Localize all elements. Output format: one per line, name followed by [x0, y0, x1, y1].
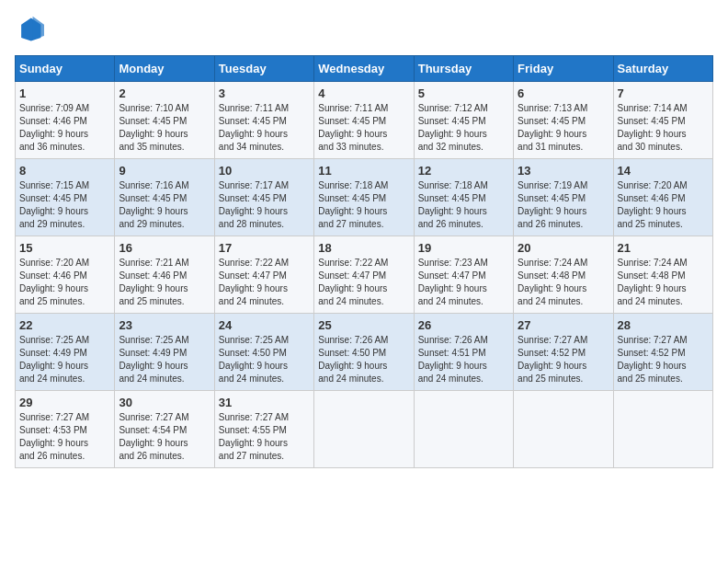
- day-info: Sunrise: 7:11 AM Sunset: 4:45 PM Dayligh…: [219, 102, 310, 154]
- day-info: Sunrise: 7:27 AM Sunset: 4:54 PM Dayligh…: [119, 411, 210, 463]
- calendar-cell: 28Sunrise: 7:27 AM Sunset: 4:52 PM Dayli…: [613, 314, 712, 391]
- day-number: 17: [219, 241, 310, 255]
- logo: [15, 15, 48, 44]
- day-info: Sunrise: 7:22 AM Sunset: 4:47 PM Dayligh…: [318, 257, 409, 308]
- col-header-friday: Friday: [514, 56, 613, 82]
- day-number: 20: [518, 241, 609, 255]
- calendar-cell: 11Sunrise: 7:18 AM Sunset: 4:45 PM Dayli…: [314, 159, 414, 236]
- calendar-cell: 26Sunrise: 7:26 AM Sunset: 4:51 PM Dayli…: [414, 314, 513, 391]
- day-info: Sunrise: 7:22 AM Sunset: 4:47 PM Dayligh…: [219, 257, 310, 308]
- day-info: Sunrise: 7:25 AM Sunset: 4:50 PM Dayligh…: [219, 334, 310, 385]
- calendar-cell: 13Sunrise: 7:19 AM Sunset: 4:45 PM Dayli…: [514, 159, 613, 236]
- col-header-saturday: Saturday: [613, 56, 712, 82]
- calendar-cell: 29Sunrise: 7:27 AM Sunset: 4:53 PM Dayli…: [16, 391, 115, 468]
- calendar-cell: 23Sunrise: 7:25 AM Sunset: 4:49 PM Dayli…: [115, 314, 214, 391]
- calendar-cell: 12Sunrise: 7:18 AM Sunset: 4:45 PM Dayli…: [414, 159, 513, 236]
- day-number: 21: [618, 241, 709, 255]
- calendar-cell: 10Sunrise: 7:17 AM Sunset: 4:45 PM Dayli…: [214, 159, 313, 236]
- day-info: Sunrise: 7:25 AM Sunset: 4:49 PM Dayligh…: [19, 334, 110, 385]
- calendar-cell: 30Sunrise: 7:27 AM Sunset: 4:54 PM Dayli…: [115, 391, 214, 468]
- day-info: Sunrise: 7:15 AM Sunset: 4:45 PM Dayligh…: [19, 179, 110, 231]
- calendar-cell: [414, 391, 513, 468]
- day-number: 4: [318, 86, 409, 100]
- day-info: Sunrise: 7:13 AM Sunset: 4:45 PM Dayligh…: [518, 102, 609, 154]
- day-info: Sunrise: 7:18 AM Sunset: 4:45 PM Dayligh…: [418, 179, 509, 231]
- day-info: Sunrise: 7:16 AM Sunset: 4:45 PM Dayligh…: [119, 179, 210, 231]
- day-number: 19: [418, 241, 509, 255]
- day-number: 28: [618, 318, 709, 332]
- day-number: 5: [418, 86, 509, 100]
- calendar-cell: 7Sunrise: 7:14 AM Sunset: 4:45 PM Daylig…: [613, 82, 712, 159]
- day-number: 14: [618, 164, 709, 178]
- calendar-cell: 5Sunrise: 7:12 AM Sunset: 4:45 PM Daylig…: [414, 82, 513, 159]
- day-info: Sunrise: 7:27 AM Sunset: 4:52 PM Dayligh…: [518, 334, 609, 385]
- day-number: 13: [518, 164, 609, 178]
- calendar-header: SundayMondayTuesdayWednesdayThursdayFrid…: [16, 56, 713, 82]
- day-info: Sunrise: 7:21 AM Sunset: 4:46 PM Dayligh…: [119, 257, 210, 308]
- day-info: Sunrise: 7:19 AM Sunset: 4:45 PM Dayligh…: [518, 179, 609, 231]
- calendar-cell: [613, 391, 712, 468]
- day-number: 26: [418, 318, 509, 332]
- day-info: Sunrise: 7:26 AM Sunset: 4:50 PM Dayligh…: [318, 334, 409, 385]
- calendar-cell: 31Sunrise: 7:27 AM Sunset: 4:55 PM Dayli…: [214, 391, 313, 468]
- day-number: 23: [119, 318, 210, 332]
- col-header-wednesday: Wednesday: [314, 56, 414, 82]
- day-info: Sunrise: 7:23 AM Sunset: 4:47 PM Dayligh…: [418, 257, 509, 308]
- calendar-table: SundayMondayTuesdayWednesdayThursdayFrid…: [15, 55, 713, 468]
- calendar-cell: 22Sunrise: 7:25 AM Sunset: 4:49 PM Dayli…: [16, 314, 115, 391]
- day-info: Sunrise: 7:27 AM Sunset: 4:52 PM Dayligh…: [618, 334, 709, 385]
- day-info: Sunrise: 7:24 AM Sunset: 4:48 PM Dayligh…: [518, 257, 609, 308]
- day-number: 6: [518, 86, 609, 100]
- calendar-cell: 27Sunrise: 7:27 AM Sunset: 4:52 PM Dayli…: [514, 314, 613, 391]
- calendar-cell: [314, 391, 414, 468]
- day-number: 27: [518, 318, 609, 332]
- calendar-week-5: 29Sunrise: 7:27 AM Sunset: 4:53 PM Dayli…: [16, 391, 713, 468]
- calendar-cell: 16Sunrise: 7:21 AM Sunset: 4:46 PM Dayli…: [115, 236, 214, 314]
- day-number: 30: [119, 396, 210, 409]
- calendar-cell: 4Sunrise: 7:11 AM Sunset: 4:45 PM Daylig…: [314, 82, 414, 159]
- day-number: 25: [318, 318, 409, 332]
- calendar-week-3: 15Sunrise: 7:20 AM Sunset: 4:46 PM Dayli…: [16, 236, 713, 314]
- day-number: 29: [19, 396, 110, 409]
- calendar-cell: 14Sunrise: 7:20 AM Sunset: 4:46 PM Dayli…: [613, 159, 712, 236]
- calendar-cell: 18Sunrise: 7:22 AM Sunset: 4:47 PM Dayli…: [314, 236, 414, 314]
- calendar-cell: 6Sunrise: 7:13 AM Sunset: 4:45 PM Daylig…: [514, 82, 613, 159]
- day-info: Sunrise: 7:20 AM Sunset: 4:46 PM Dayligh…: [19, 257, 110, 308]
- day-number: 3: [219, 86, 310, 100]
- day-info: Sunrise: 7:18 AM Sunset: 4:45 PM Dayligh…: [318, 179, 409, 231]
- day-info: Sunrise: 7:27 AM Sunset: 4:55 PM Dayligh…: [219, 411, 310, 463]
- calendar-week-4: 22Sunrise: 7:25 AM Sunset: 4:49 PM Dayli…: [16, 314, 713, 391]
- day-info: Sunrise: 7:20 AM Sunset: 4:46 PM Dayligh…: [618, 179, 709, 231]
- col-header-sunday: Sunday: [16, 56, 115, 82]
- day-info: Sunrise: 7:24 AM Sunset: 4:48 PM Dayligh…: [618, 257, 709, 308]
- day-number: 16: [119, 241, 210, 255]
- calendar-cell: 24Sunrise: 7:25 AM Sunset: 4:50 PM Dayli…: [214, 314, 313, 391]
- day-number: 9: [119, 164, 210, 178]
- calendar-cell: 15Sunrise: 7:20 AM Sunset: 4:46 PM Dayli…: [16, 236, 115, 314]
- day-info: Sunrise: 7:14 AM Sunset: 4:45 PM Dayligh…: [618, 102, 709, 154]
- day-number: 15: [19, 241, 110, 255]
- calendar-cell: 8Sunrise: 7:15 AM Sunset: 4:45 PM Daylig…: [16, 159, 115, 236]
- calendar-cell: 1Sunrise: 7:09 AM Sunset: 4:46 PM Daylig…: [16, 82, 115, 159]
- day-number: 7: [618, 86, 709, 100]
- calendar-cell: 9Sunrise: 7:16 AM Sunset: 4:45 PM Daylig…: [115, 159, 214, 236]
- day-number: 10: [219, 164, 310, 178]
- day-number: 8: [19, 164, 110, 178]
- calendar-cell: 17Sunrise: 7:22 AM Sunset: 4:47 PM Dayli…: [214, 236, 313, 314]
- col-header-thursday: Thursday: [414, 56, 513, 82]
- calendar-cell: [514, 391, 613, 468]
- day-info: Sunrise: 7:27 AM Sunset: 4:53 PM Dayligh…: [19, 411, 110, 463]
- day-number: 24: [219, 318, 310, 332]
- day-number: 22: [19, 318, 110, 332]
- day-info: Sunrise: 7:26 AM Sunset: 4:51 PM Dayligh…: [418, 334, 509, 385]
- calendar-cell: 3Sunrise: 7:11 AM Sunset: 4:45 PM Daylig…: [214, 82, 313, 159]
- day-info: Sunrise: 7:09 AM Sunset: 4:46 PM Dayligh…: [19, 102, 110, 154]
- logo-icon: [15, 15, 44, 44]
- col-header-monday: Monday: [115, 56, 214, 82]
- day-info: Sunrise: 7:25 AM Sunset: 4:49 PM Dayligh…: [119, 334, 210, 385]
- day-number: 12: [418, 164, 509, 178]
- calendar-cell: 19Sunrise: 7:23 AM Sunset: 4:47 PM Dayli…: [414, 236, 513, 314]
- calendar-cell: 25Sunrise: 7:26 AM Sunset: 4:50 PM Dayli…: [314, 314, 414, 391]
- day-number: 18: [318, 241, 409, 255]
- calendar-cell: 21Sunrise: 7:24 AM Sunset: 4:48 PM Dayli…: [613, 236, 712, 314]
